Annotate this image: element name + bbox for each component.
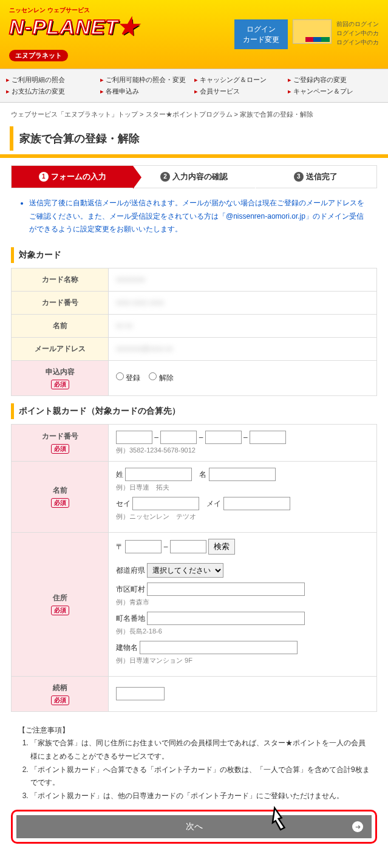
value-card-number: xxxx xxxx xxxx bbox=[116, 298, 164, 307]
kana-mei[interactable] bbox=[223, 497, 290, 510]
caution-2: 「ポイント親カード」へ合算できる「ポイント子カード」の枚数は、「一人で合算」を含… bbox=[30, 764, 370, 790]
nav-register[interactable]: ご登録内容の変更 bbox=[288, 74, 382, 86]
radio-register[interactable]: 登録 bbox=[116, 374, 140, 382]
breadcrumb: ウェブサービス「エヌプラネット」トップ > スター★ポイントプログラム > 家族… bbox=[0, 103, 388, 123]
label-relation: 続柄必須 bbox=[12, 676, 109, 711]
crumb-top[interactable]: ウェブサービス「エヌプラネット」トップ bbox=[11, 111, 138, 118]
crumb-star[interactable]: スター★ポイントプログラム bbox=[146, 111, 233, 118]
hint-card: 例）3582-1234-5678-9012 bbox=[116, 446, 369, 455]
star-icon: ★ bbox=[118, 15, 137, 38]
logo: N-PLANET★エヌプラネット bbox=[9, 15, 137, 63]
label-email: メールアドレス bbox=[12, 337, 109, 360]
caution-block: 【ご注意事項】 「家族で合算」は、同じ住所にお住まいで同姓の会員様同士であれば、… bbox=[18, 724, 370, 803]
title-underline bbox=[0, 154, 388, 158]
value-card-name: xxxxxxxx bbox=[116, 275, 145, 284]
card-seg-2[interactable] bbox=[160, 431, 197, 444]
zip-search-button[interactable]: 検索 bbox=[208, 539, 235, 555]
step-1: 1フォームの入力 bbox=[12, 166, 133, 188]
city-input[interactable] bbox=[147, 583, 305, 596]
caution-heading: 【ご注意事項】 bbox=[18, 724, 370, 737]
label-parent-name: 名前必須 bbox=[12, 461, 109, 532]
required-badge: 必須 bbox=[51, 380, 69, 389]
crumb-current: 家族で合算の登録・解除 bbox=[240, 111, 313, 118]
step-3: 3送信完了 bbox=[255, 166, 376, 188]
nav-usage[interactable]: ご利用明細の照会 bbox=[6, 74, 100, 86]
card-seg-1[interactable] bbox=[116, 431, 152, 444]
nav-campaign[interactable]: キャンペーン＆プレ bbox=[288, 86, 382, 97]
zip-2[interactable] bbox=[170, 540, 206, 553]
caution-1: 「家族で合算」は、同じ住所にお住まいで同姓の会員様同士であれば、スター★ポイント… bbox=[30, 737, 370, 763]
radio-remove[interactable]: 解除 bbox=[149, 374, 173, 382]
step-indicator: 1フォームの入力 2入力内容の確認 3送信完了 bbox=[11, 165, 377, 188]
card-seg-3[interactable] bbox=[205, 431, 242, 444]
nav-member[interactable]: 会員サービス bbox=[194, 86, 288, 97]
step-2: 2入力内容の確認 bbox=[133, 166, 254, 188]
label-apply-type: 申込内容必須 bbox=[12, 360, 109, 395]
label-parent-card-number: カード番号必須 bbox=[12, 424, 109, 461]
name-mei[interactable] bbox=[209, 468, 276, 481]
page-title: 家族で合算の登録・解除 bbox=[10, 126, 378, 151]
caution-3: 「ポイント親カード」は、他の日専連カードの「ポイント子カード」にご登録いただけま… bbox=[30, 790, 370, 803]
info-note: 送信完了後に自動返信メールが送信されます。メールが届かない場合は現在ご登録のメー… bbox=[18, 197, 370, 236]
label-card-name: カード名称 bbox=[12, 268, 109, 291]
building-input[interactable] bbox=[140, 641, 298, 654]
card-seg-4[interactable] bbox=[250, 431, 286, 444]
login-card-change-button[interactable]: ログインカード変更 bbox=[234, 19, 288, 50]
login-status: 前回のログインログイン中のカログイン中のカ bbox=[336, 19, 379, 47]
header: ニッセンレン ウェブサービス N-PLANET★エヌプラネット ログインカード変… bbox=[0, 0, 388, 69]
target-card-table: カード名称xxxxxxxx カード番号xxxx xxxx xxxx 名前xx x… bbox=[11, 268, 377, 396]
nav-apply[interactable]: 各種申込み bbox=[100, 86, 194, 97]
parent-card-table: カード番号必須 – – – 例）3582-1234-5678-9012 名前必須… bbox=[11, 424, 377, 712]
value-name: xx xx bbox=[116, 321, 132, 330]
nav-payment[interactable]: お支払方法の変更 bbox=[6, 86, 100, 97]
logo-block[interactable]: ニッセンレン ウェブサービス N-PLANET★エヌプラネット bbox=[9, 6, 137, 63]
section-parent-card: ポイント親カード（対象カードの合算先） bbox=[11, 403, 377, 419]
label-address: 住所必須 bbox=[12, 532, 109, 676]
prefecture-select[interactable]: 選択してください bbox=[147, 563, 223, 578]
street-input[interactable] bbox=[147, 612, 305, 625]
name-sei[interactable] bbox=[125, 468, 192, 481]
label-name: 名前 bbox=[12, 314, 109, 337]
zip-1[interactable] bbox=[125, 540, 162, 553]
relation-input[interactable] bbox=[116, 687, 165, 700]
nav-cashing[interactable]: キャッシング＆ローン bbox=[194, 74, 288, 86]
card-image bbox=[293, 19, 332, 44]
value-email: xxxxxxx@xxxx.xx bbox=[116, 344, 173, 353]
logo-subtitle: ニッセンレン ウェブサービス bbox=[9, 6, 137, 15]
pointer-icon bbox=[265, 803, 296, 835]
next-button[interactable]: 次へ bbox=[16, 815, 372, 838]
label-card-number: カード番号 bbox=[12, 291, 109, 314]
logo-badge: エヌプラネット bbox=[9, 50, 68, 61]
section-target-card: 対象カード bbox=[11, 247, 377, 263]
kana-sei[interactable] bbox=[132, 497, 199, 510]
nav-limit[interactable]: ご利用可能枠の照会・変更 bbox=[100, 74, 194, 86]
next-button-highlight: 次へ bbox=[11, 810, 377, 844]
global-nav: ご利用明細の照会お支払方法の変更 ご利用可能枠の照会・変更各種申込み キャッシン… bbox=[0, 69, 388, 103]
